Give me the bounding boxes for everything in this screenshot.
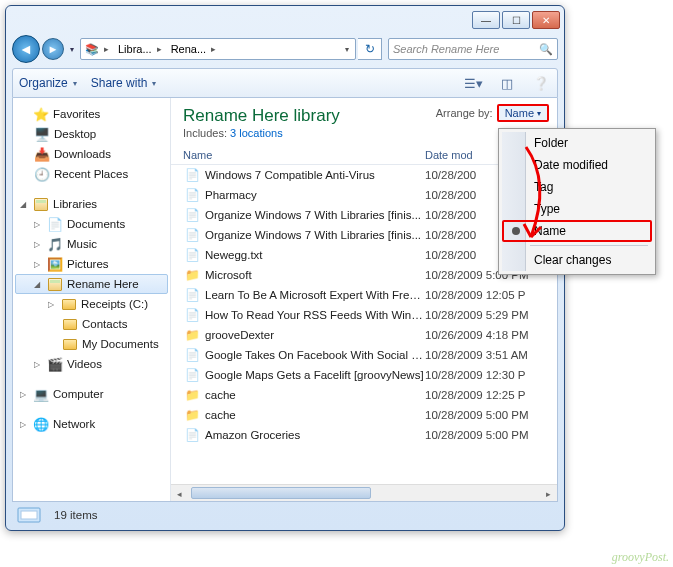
recent-icon: 🕘	[34, 166, 50, 182]
menu-item-name[interactable]: Name	[502, 220, 652, 242]
folder-icon	[62, 316, 78, 332]
file-name: Windows 7 Compatible Anti-Virus	[205, 169, 425, 181]
file-row[interactable]: 📄How To Read Your RSS Feeds With Wind...…	[183, 305, 557, 325]
tree-recent-places[interactable]: 🕘Recent Places	[15, 164, 168, 184]
radio-selected-icon	[512, 227, 520, 235]
tree-receipts[interactable]: ▷Receipts (C:)	[15, 294, 168, 314]
tree-videos[interactable]: ▷🎬Videos	[15, 354, 168, 374]
breadcrumb-root[interactable]: 📚	[81, 39, 114, 59]
tree-libraries[interactable]: ◢Libraries	[15, 194, 168, 214]
star-icon: ⭐	[33, 106, 49, 122]
file-date: 10/28/2009 12:05 P	[425, 289, 557, 301]
refresh-button[interactable]: ↻	[358, 38, 382, 60]
file-row[interactable]: 📄Amazon Groceries10/28/2009 5:00 PM	[183, 425, 557, 445]
file-icon: 📄	[183, 367, 201, 383]
tree-contacts[interactable]: Contacts	[15, 314, 168, 334]
maximize-button[interactable]: ☐	[502, 11, 530, 29]
share-with-menu[interactable]: Share with	[91, 76, 157, 90]
file-row[interactable]: 📄Google Maps Gets a Facelift [groovyNews…	[183, 365, 557, 385]
file-name: cache	[205, 389, 425, 401]
tree-music[interactable]: ▷🎵Music	[15, 234, 168, 254]
scroll-right-arrow[interactable]: ▸	[540, 485, 557, 501]
tree-network[interactable]: ▷🌐Network	[15, 414, 168, 434]
arrange-context-menu: Folder Date modified Tag Type Name Clear…	[498, 128, 656, 275]
nav-history-dropdown[interactable]: ▾	[66, 39, 78, 59]
navigation-tree: ⭐Favorites 🖥️Desktop 📥Downloads 🕘Recent …	[13, 98, 171, 501]
file-date: 10/28/2009 3:51 AM	[425, 349, 557, 361]
tree-pictures[interactable]: ▷🖼️Pictures	[15, 254, 168, 274]
file-icon: 📁	[183, 267, 201, 283]
library-subtitle: Includes: 3 locations	[183, 127, 545, 139]
navigation-bar: ◄ ► ▾ 📚 Libra... Rena... ▾ ↻ Search Rena…	[12, 34, 558, 64]
tree-desktop[interactable]: 🖥️Desktop	[15, 124, 168, 144]
tree-computer[interactable]: ▷💻Computer	[15, 384, 168, 404]
file-row[interactable]: 📁cache10/28/2009 5:00 PM	[183, 405, 557, 425]
minimize-button[interactable]: —	[472, 11, 500, 29]
file-icon: 📁	[183, 407, 201, 423]
tree-documents[interactable]: ▷📄Documents	[15, 214, 168, 234]
arrange-by-dropdown[interactable]: Name	[497, 104, 549, 122]
view-options-button[interactable]: ☰▾	[463, 73, 483, 93]
file-icon: 📄	[183, 167, 201, 183]
locations-link[interactable]: 3 locations	[230, 127, 283, 139]
tree-my-documents[interactable]: My Documents	[15, 334, 168, 354]
pictures-icon: 🖼️	[47, 256, 63, 272]
file-row[interactable]: 📄Learn To Be A Microsoft Expert With Fre…	[183, 285, 557, 305]
tree-rename-here[interactable]: ◢Rename Here	[15, 274, 168, 294]
menu-item-tag[interactable]: Tag	[502, 176, 652, 198]
tree-favorites[interactable]: ⭐Favorites	[15, 104, 168, 124]
menu-item-folder[interactable]: Folder	[502, 132, 652, 154]
folder-icon	[61, 296, 77, 312]
menu-item-date-modified[interactable]: Date modified	[502, 154, 652, 176]
horizontal-scrollbar[interactable]: ◂ ▸	[171, 484, 557, 501]
file-date: 10/28/2009 12:30 P	[425, 369, 557, 381]
menu-item-clear-changes[interactable]: Clear changes	[502, 249, 652, 271]
column-name[interactable]: Name	[183, 149, 425, 161]
forward-button[interactable]: ►	[42, 38, 64, 60]
command-bar: Organize Share with ☰▾ ◫ ❔	[12, 68, 558, 98]
file-name: Amazon Groceries	[205, 429, 425, 441]
tree-downloads[interactable]: 📥Downloads	[15, 144, 168, 164]
back-button[interactable]: ◄	[12, 35, 40, 63]
scroll-thumb[interactable]	[191, 487, 371, 499]
status-library-icon	[16, 504, 46, 526]
search-input[interactable]: Search Rename Here 🔍	[388, 38, 558, 60]
file-name: Google Takes On Facebook With Social S..…	[205, 349, 425, 361]
status-bar: 19 items	[16, 504, 554, 526]
desktop-icon: 🖥️	[34, 126, 50, 142]
file-icon: 📄	[183, 247, 201, 263]
file-row[interactable]: 📄Google Takes On Facebook With Social S.…	[183, 345, 557, 365]
file-row[interactable]: 📁grooveDexter10/26/2009 4:18 PM	[183, 325, 557, 345]
file-name: Google Maps Gets a Facelift [groovyNews]	[205, 369, 425, 381]
library-icon: 📚	[85, 43, 99, 56]
downloads-icon: 📥	[34, 146, 50, 162]
titlebar: — ☐ ✕	[6, 6, 564, 34]
file-icon: 📄	[183, 307, 201, 323]
menu-item-type[interactable]: Type	[502, 198, 652, 220]
file-icon: 📁	[183, 387, 201, 403]
file-icon: 📄	[183, 427, 201, 443]
file-name: Learn To Be A Microsoft Expert With Free…	[205, 289, 425, 301]
file-icon: 📁	[183, 327, 201, 343]
scroll-left-arrow[interactable]: ◂	[171, 485, 188, 501]
breadcrumb-rename-here[interactable]: Rena...	[167, 39, 221, 59]
svg-rect-1	[21, 511, 37, 519]
organize-menu[interactable]: Organize	[19, 76, 77, 90]
file-name: grooveDexter	[205, 329, 425, 341]
breadcrumb-libraries[interactable]: Libra...	[114, 39, 167, 59]
window-controls: — ☐ ✕	[472, 11, 560, 29]
file-icon: 📄	[183, 287, 201, 303]
preview-pane-button[interactable]: ◫	[497, 73, 517, 93]
close-button[interactable]: ✕	[532, 11, 560, 29]
search-icon[interactable]: 🔍	[539, 43, 553, 56]
file-row[interactable]: 📁cache10/28/2009 12:25 P	[183, 385, 557, 405]
file-name: cache	[205, 409, 425, 421]
menu-separator	[530, 245, 648, 246]
explorer-window: — ☐ ✕ ◄ ► ▾ 📚 Libra... Rena... ▾ ↻ Searc…	[5, 5, 565, 531]
help-button[interactable]: ❔	[531, 73, 551, 93]
videos-icon: 🎬	[47, 356, 63, 372]
file-name: How To Read Your RSS Feeds With Wind...	[205, 309, 425, 321]
file-icon: 📄	[183, 227, 201, 243]
address-bar[interactable]: 📚 Libra... Rena... ▾	[80, 38, 356, 60]
address-dropdown-icon[interactable]: ▾	[339, 45, 355, 54]
